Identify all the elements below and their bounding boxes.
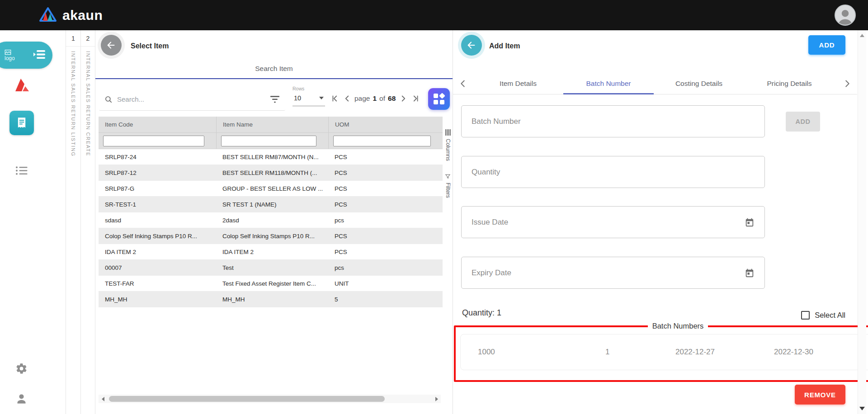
add-item-back-button[interactable]: [461, 35, 482, 56]
cell-item-name: SR TEST 1 (NAME): [216, 197, 328, 212]
tab-item-details[interactable]: Item Details: [473, 73, 563, 94]
batch-row[interactable]: 1000 1 2022-12-27 2022-12-30: [460, 334, 868, 370]
scroll-right-arrow[interactable]: [432, 395, 441, 403]
tab-search-item[interactable]: Search Item: [95, 65, 453, 73]
receipt-applet-tile: [9, 111, 34, 135]
table-row[interactable]: SRLP87-24 BEST SELLER RM87/MONTH (N... P…: [99, 149, 443, 165]
workspace-tab-strip: 1 INTERNAL SALES RETURN LISTING 2 INTERN…: [66, 30, 95, 414]
logo-alt-text: logo: [5, 56, 15, 61]
select-item-back-button[interactable]: [101, 35, 122, 56]
current-page-number: 1: [373, 94, 377, 103]
sidebar-item-settings[interactable]: [0, 362, 43, 375]
sidebar-item-sales-applet[interactable]: [0, 111, 43, 135]
workspace-tab-create[interactable]: 2 INTERNAL SALES RETURN CREATE: [80, 30, 95, 414]
calendar-icon[interactable]: [745, 217, 755, 227]
scrollbar-thumb[interactable]: [109, 396, 385, 402]
item-table: Item Code Item Name UOM SRLP87-24 BEST S…: [99, 117, 443, 307]
add-item-title: Add Item: [489, 42, 520, 50]
tabs-scroll-left-button[interactable]: [453, 79, 473, 89]
menu-icon[interactable]: [33, 50, 46, 61]
issue-date-field[interactable]: Issue Date: [461, 206, 765, 238]
table-row[interactable]: 00007 Test pcs: [99, 260, 443, 276]
user-avatar[interactable]: [835, 5, 856, 26]
scrollbar-track[interactable]: [107, 395, 432, 403]
filter-cell: [216, 133, 328, 149]
sidebar-menu-pill[interactable]: logo: [0, 42, 52, 69]
page-root: akaun logo: [0, 0, 868, 414]
first-page-button[interactable]: [329, 92, 341, 105]
table-row[interactable]: SRLP87-12 BEST SELLER RM118/MONTH (... P…: [99, 165, 443, 181]
table-header-row: Item Code Item Name UOM: [99, 117, 443, 133]
quantity-placeholder: Quantity: [472, 168, 500, 177]
scroll-down-arrow[interactable]: [858, 407, 866, 410]
next-page-button[interactable]: [397, 92, 409, 105]
vertical-scrollbar[interactable]: [858, 30, 866, 414]
column-header-item-name[interactable]: Item Name: [216, 117, 328, 132]
select-all-checkbox[interactable]: [801, 311, 810, 320]
table-row[interactable]: sdasd 2dasd pcs: [99, 212, 443, 228]
receipt-icon: [15, 117, 28, 129]
cell-uom: pcs: [328, 212, 443, 228]
add-item-submit-button[interactable]: ADD: [808, 35, 845, 55]
table-row[interactable]: IDA ITEM 2 IDA ITEM 2 PCS: [99, 244, 443, 260]
uom-filter-input[interactable]: [333, 136, 431, 146]
columns-tool[interactable]: Columns: [443, 117, 453, 161]
batch-add-button[interactable]: ADD: [786, 112, 820, 132]
workspace-tab-number: 2: [81, 30, 95, 47]
chevron-left-icon: [342, 94, 352, 104]
quantity-field[interactable]: Quantity: [461, 156, 765, 188]
rows-label: Rows: [292, 86, 325, 91]
rows-per-page-value: 10: [294, 94, 301, 102]
cell-item-code: SR-TEST-1: [99, 197, 216, 212]
tab-pricing-details[interactable]: Pricing Details: [744, 73, 835, 94]
tab-costing-details[interactable]: Costing Details: [654, 73, 744, 94]
sidebar-item-profile[interactable]: [0, 393, 43, 405]
table-row[interactable]: Colop Self Inking Stamps P10 R... Colop …: [99, 228, 443, 244]
select-item-panel: Select Item Search Item Rows: [95, 30, 453, 414]
scroll-left-arrow[interactable]: [99, 395, 107, 403]
cell-item-code: sdasd: [99, 212, 216, 228]
scroll-up-arrow[interactable]: [858, 34, 866, 37]
table-row[interactable]: TEST-FAR Test Fixed Asset Register Item …: [99, 276, 443, 292]
table-row[interactable]: SRLP87-G GROUP - BEST SELLER AS LOW ... …: [99, 181, 443, 197]
column-header-uom[interactable]: UOM: [328, 117, 443, 132]
rows-per-page-select[interactable]: 10: [292, 91, 325, 106]
cell-item-name: BEST SELLER RM87/MONTH (N...: [216, 149, 328, 165]
column-header-item-code[interactable]: Item Code: [99, 117, 216, 132]
sidebar-item-pos-app[interactable]: [0, 77, 43, 93]
batch-number-field[interactable]: Batch Number: [461, 105, 765, 137]
previous-page-button[interactable]: [341, 92, 353, 105]
chevron-left-icon: [458, 79, 468, 89]
cell-item-name: Colop Self Inking Stamps P10 R...: [216, 228, 328, 244]
broken-image-icon: [5, 49, 11, 55]
cell-item-code: 00007: [99, 260, 216, 275]
item-name-filter-input[interactable]: [221, 136, 316, 146]
filter-list-icon[interactable]: [270, 95, 280, 104]
cell-item-code: MH_MH: [99, 292, 216, 307]
calendar-icon[interactable]: [745, 268, 755, 278]
item-code-filter-input[interactable]: [103, 136, 204, 146]
expiry-date-field[interactable]: Expiry Date: [461, 257, 765, 289]
filters-tool[interactable]: Filters: [443, 161, 453, 198]
workspace-tab-listing[interactable]: 1 INTERNAL SALES RETURN LISTING: [66, 30, 80, 414]
select-all-control[interactable]: Select All: [801, 311, 845, 320]
apps-grid-icon: [433, 93, 445, 105]
remove-button[interactable]: REMOVE: [795, 385, 845, 405]
table-row[interactable]: SR-TEST-1 SR TEST 1 (NAME) PCS: [99, 197, 443, 212]
cell-item-name: Test: [216, 260, 328, 275]
apps-grid-button[interactable]: [428, 88, 450, 110]
gear-icon: [15, 362, 28, 375]
cell-item-code: IDA ITEM 2: [99, 244, 216, 259]
brand-logo: akaun: [39, 7, 103, 24]
batch-quantity-value: 1: [605, 348, 675, 357]
last-page-button[interactable]: [409, 92, 421, 105]
horizontal-scrollbar: [99, 395, 441, 403]
cell-uom: PCS: [328, 244, 443, 259]
tabs-scroll-right-button[interactable]: [837, 79, 857, 89]
table-row[interactable]: MH_MH MH_MH 5: [99, 292, 443, 307]
sidebar-item-listing[interactable]: [0, 140, 43, 175]
search-input[interactable]: [117, 95, 270, 103]
expiry-date-placeholder: Expiry Date: [472, 268, 511, 278]
cell-uom: UNIT: [328, 276, 443, 291]
tab-batch-number[interactable]: Batch Number: [563, 73, 654, 94]
